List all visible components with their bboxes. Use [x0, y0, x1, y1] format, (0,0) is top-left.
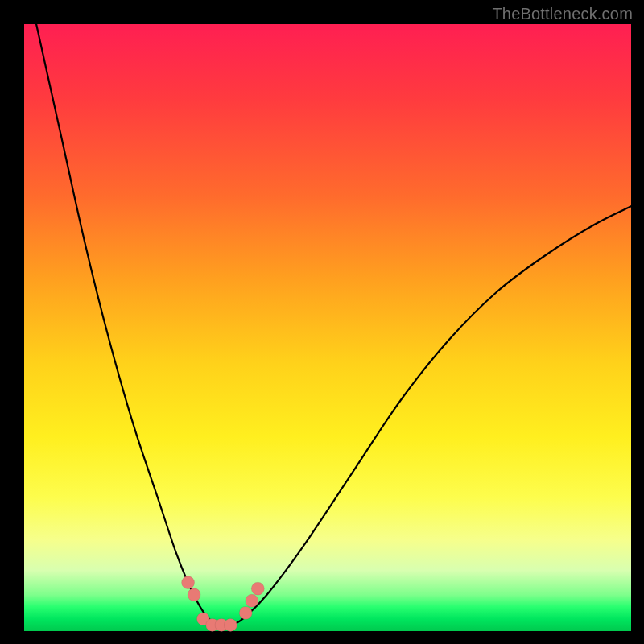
outer-frame: TheBottleneck.com [0, 0, 644, 644]
plot-area [24, 24, 631, 631]
curve-marker [188, 588, 200, 601]
curve-marker [251, 582, 264, 595]
curve-marker [246, 594, 258, 607]
curve-marker [224, 618, 237, 631]
curve-marker [182, 576, 195, 589]
watermark-text: TheBottleneck.com [492, 5, 633, 23]
curve-marker [239, 606, 252, 619]
bottleneck-curve [24, 24, 631, 631]
